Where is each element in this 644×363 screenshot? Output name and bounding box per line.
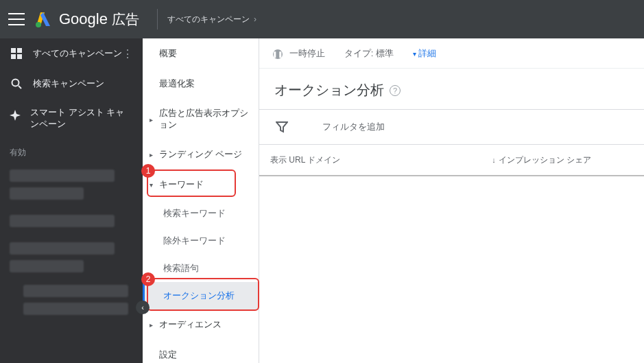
svg-rect-2 xyxy=(17,48,22,53)
sort-desc-icon: ↓ xyxy=(492,156,496,164)
secnav-search-terms[interactable]: 検索語句 xyxy=(143,255,259,282)
svg-rect-4 xyxy=(17,54,22,59)
th-impshare-label: インプレッション シェア xyxy=(499,154,591,166)
breadcrumb-text: すべてのキャンペーン xyxy=(167,14,250,25)
list-item[interactable] xyxy=(10,169,115,182)
menu-icon[interactable] xyxy=(8,11,25,27)
secnav-keywords[interactable]: キーワード xyxy=(143,169,259,200)
ads-logo-icon xyxy=(34,11,52,27)
secnav-audiences[interactable]: オーディエンス xyxy=(143,309,259,340)
secnav-negative-keywords[interactable]: 除外キーワード xyxy=(143,227,259,255)
status-bar: ❚❚ 一時停止 タイプ: 標準 詳細 xyxy=(259,38,644,69)
sidebar-campaign-list xyxy=(0,163,143,327)
secnav-overview[interactable]: 概要 xyxy=(143,38,259,69)
th-domain[interactable]: 表示 URL ドメイン xyxy=(259,154,458,166)
secondary-nav: 概要 最適化案 広告と広告表示オプション ランディング ページ 1 キーワード … xyxy=(143,38,259,363)
app-header: Google 広告 すべてのキャンペーン › xyxy=(0,0,644,38)
collapse-nav-button[interactable]: ‹ xyxy=(136,301,150,314)
th-domain-label: 表示 URL ドメイン xyxy=(270,154,340,166)
breadcrumb[interactable]: すべてのキャンペーン › xyxy=(167,14,261,25)
left-sidebar: すべてのキャンペーン ⋮ 検索キャンペーン スマート アシスト キャンペーン 有… xyxy=(0,38,143,363)
svg-point-5 xyxy=(12,80,19,86)
divider xyxy=(157,9,158,30)
paused-label: 一時停止 xyxy=(289,48,325,58)
secnav-search-keywords[interactable]: 検索キーワード xyxy=(143,200,259,227)
page-title-row: オークション分析 ? xyxy=(259,69,644,109)
details-link[interactable]: 詳細 xyxy=(413,47,436,60)
list-item[interactable] xyxy=(10,242,115,255)
secnav-settings[interactable]: 設定 xyxy=(143,340,259,363)
secnav-landing-pages[interactable]: ランディング ページ xyxy=(143,140,259,169)
table-header-row: 表示 URL ドメイン ↓ インプレッション シェア xyxy=(259,145,644,176)
page-title: オークション分析 xyxy=(274,81,384,99)
list-item[interactable] xyxy=(10,260,84,272)
type-value: 標準 xyxy=(376,48,394,58)
list-item[interactable] xyxy=(10,187,84,200)
svg-rect-1 xyxy=(11,48,16,53)
pause-icon: ❚❚ xyxy=(273,49,283,59)
secnav-auction-insights[interactable]: オークション分析 xyxy=(143,282,259,309)
sidebar-item-label: スマート アシスト キャンペーン xyxy=(30,107,133,130)
chevron-right-icon: › xyxy=(254,14,257,24)
more-icon[interactable]: ⋮ xyxy=(122,47,133,60)
product-name: Google xyxy=(59,10,108,28)
status-paused: ❚❚ 一時停止 xyxy=(273,47,325,60)
list-item[interactable] xyxy=(23,303,128,315)
sidebar-section-label: 有効 xyxy=(0,139,143,163)
status-type: タイプ: 標準 xyxy=(344,47,394,60)
sidebar-item-label: 検索キャンペーン xyxy=(33,78,104,90)
help-icon[interactable]: ? xyxy=(390,85,401,96)
product-logo[interactable]: Google 広告 xyxy=(34,10,139,29)
grid-icon xyxy=(10,47,23,60)
list-item[interactable] xyxy=(10,215,115,227)
sidebar-item-all-campaigns[interactable]: すべてのキャンペーン ⋮ xyxy=(0,38,143,69)
product-suffix: 広告 xyxy=(112,10,139,29)
th-impression-share[interactable]: ↓ インプレッション シェア xyxy=(458,154,602,166)
sidebar-item-search-campaigns[interactable]: 検索キャンペーン xyxy=(0,69,143,99)
secnav-recommendations[interactable]: 最適化案 xyxy=(143,69,259,99)
filter-icon xyxy=(274,119,289,134)
list-item[interactable] xyxy=(23,285,128,297)
svg-point-0 xyxy=(36,22,41,27)
svg-rect-3 xyxy=(11,54,16,59)
main-content: ❚❚ 一時停止 タイプ: 標準 詳細 オークション分析 ? フィルタを追加 表示… xyxy=(259,38,644,363)
sidebar-item-label: すべてのキャンペーン xyxy=(33,47,122,60)
sparkle-icon xyxy=(10,108,21,122)
svg-line-6 xyxy=(19,86,21,89)
type-label: タイプ: xyxy=(344,48,374,58)
filter-placeholder: フィルタを追加 xyxy=(322,121,385,133)
secnav-ads-extensions[interactable]: 広告と広告表示オプション xyxy=(143,99,259,140)
search-icon xyxy=(10,77,23,91)
filter-bar[interactable]: フィルタを追加 xyxy=(259,109,644,145)
sidebar-item-smart-campaigns[interactable]: スマート アシスト キャンペーン xyxy=(0,99,143,139)
